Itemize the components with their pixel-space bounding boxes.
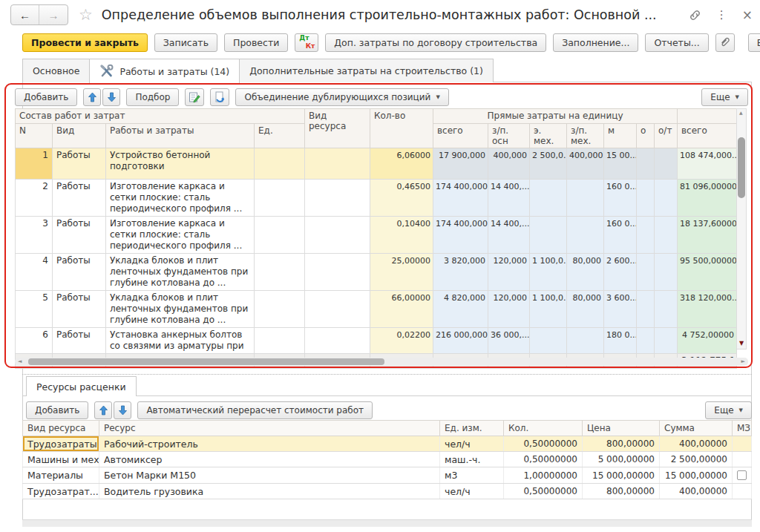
works-add-button[interactable]: Добавить xyxy=(15,88,77,106)
cell-vid[interactable]: Работы xyxy=(53,180,106,217)
tab-resursy-rascenki[interactable]: Ресурсы расценки xyxy=(26,376,137,396)
cell-qty[interactable]: 0,10400 xyxy=(370,217,433,254)
cell-price[interactable]: 800,00000 xyxy=(583,484,660,499)
scroll-left-icon[interactable]: ◄ xyxy=(18,358,22,364)
cell-unit[interactable]: чел/ч xyxy=(440,484,504,499)
cell-vid[interactable]: Работы xyxy=(53,148,106,180)
cell-e-meh[interactable] xyxy=(530,328,567,354)
vertical-scrollbar-thumb[interactable] xyxy=(738,137,745,198)
cell-o[interactable] xyxy=(637,180,655,217)
cell-mz[interactable] xyxy=(733,484,752,499)
cell-mz[interactable] xyxy=(733,436,752,452)
save-button[interactable]: Записать xyxy=(154,33,217,52)
cell-zp-meh[interactable]: 400,000 xyxy=(567,148,604,180)
works-row[interactable]: 5 Работы Укладка блоков и плит ленточных… xyxy=(16,291,737,328)
auto-recalc-button[interactable]: Автоматический перерасчет стоимости рабо… xyxy=(137,401,373,419)
scroll-up-icon[interactable]: ▲ xyxy=(739,110,743,115)
cell-ed[interactable] xyxy=(255,148,305,180)
cell-total[interactable]: 81 096,00000 xyxy=(678,180,737,217)
cell-o[interactable] xyxy=(637,148,655,180)
cell-resource[interactable]: Водитель грузовика xyxy=(99,484,440,499)
cell-vsego[interactable]: 216 000,000 xyxy=(433,328,488,354)
close-icon[interactable]: × xyxy=(742,7,753,22)
cell-price[interactable]: 15 000,00000 xyxy=(583,467,660,484)
move-up-button[interactable] xyxy=(83,88,101,106)
cell-qty[interactable]: 25,00000 xyxy=(370,254,433,291)
dtkt-postings-button[interactable]: ДтКт xyxy=(295,33,318,52)
cell-resource-type[interactable] xyxy=(305,180,370,217)
cell-resource-kind[interactable]: Материалы xyxy=(23,467,99,484)
scroll-right-icon[interactable]: ► xyxy=(741,358,745,364)
reports-button[interactable]: Отчеты... xyxy=(645,33,708,52)
cell-n[interactable]: 2 xyxy=(16,180,53,217)
resources-move-up-button[interactable] xyxy=(94,401,112,419)
cell-qty[interactable]: 0,46500 xyxy=(370,180,433,217)
cell-n[interactable]: 1 xyxy=(16,148,53,180)
cell-mz[interactable] xyxy=(733,452,752,467)
cell-n[interactable]: 6 xyxy=(16,328,53,354)
cell-resource-type[interactable] xyxy=(305,148,370,180)
cell-mz[interactable] xyxy=(733,467,752,484)
works-row[interactable]: 2 Работы Изготовление каркаса и сетки пл… xyxy=(16,180,737,217)
move-down-button[interactable] xyxy=(102,88,120,106)
merge-duplicates-dropdown[interactable]: Объединение дублирующихся позиций▼ xyxy=(235,88,448,106)
fill-button[interactable]: Заполнение... xyxy=(553,33,638,52)
cell-sum[interactable]: 15 000,00000 xyxy=(660,467,733,484)
cell-o[interactable] xyxy=(637,254,655,291)
cell-resource-kind[interactable]: Трудозатрат... xyxy=(23,484,99,499)
cell-sum[interactable]: 400,00000 xyxy=(660,484,733,499)
cell-ot[interactable] xyxy=(655,217,678,254)
resources-more-button[interactable]: Еще▼ xyxy=(705,401,752,419)
cell-resource[interactable]: Автомиксер xyxy=(99,452,440,467)
cell-ot[interactable] xyxy=(655,291,678,328)
cell-vid[interactable]: Работы xyxy=(53,217,106,254)
resource-row[interactable]: Машины и мех... Автомиксер маш.-ч. 0,500… xyxy=(23,452,752,467)
resource-row[interactable]: Материалы Бетон Марки М150 м3 1,00000000… xyxy=(23,467,752,484)
vertical-scrollbar[interactable]: ▲ xyxy=(736,108,747,349)
cell-o[interactable] xyxy=(637,328,655,354)
cell-resource-type[interactable] xyxy=(305,291,370,328)
resource-row[interactable]: Трудозатраты Рабочий-строитель чел/ч 0,5… xyxy=(23,436,752,452)
cell-zp-osn[interactable]: 120,000 xyxy=(488,291,530,328)
cell-vsego[interactable]: 17 900,000 xyxy=(433,148,488,180)
cell-m[interactable]: 160 0... xyxy=(604,217,637,254)
cell-name[interactable]: Изготовление каркаса и сетки плоские: ст… xyxy=(106,217,255,254)
post-button[interactable]: Провести xyxy=(224,33,288,52)
cell-zp-meh[interactable] xyxy=(567,328,604,354)
cell-e-meh[interactable] xyxy=(530,180,567,217)
cell-vsego[interactable]: 3 820,000 xyxy=(433,254,488,291)
extra-costs-button[interactable]: Доп. затраты по договору строительства xyxy=(325,33,546,52)
cell-resource[interactable]: Бетон Марки М150 xyxy=(99,467,440,484)
cell-qty[interactable]: 0,02200 xyxy=(370,328,433,354)
post-and-close-button[interactable]: Провести и закрыть xyxy=(22,33,148,52)
cell-zp-osn[interactable]: 400,000 xyxy=(488,148,530,180)
cell-qty[interactable]: 66,00000 xyxy=(370,291,433,328)
works-row[interactable]: 4 Работы Укладка блоков и плит ленточных… xyxy=(16,254,737,291)
works-row[interactable]: 1 Работы Устройство бетонной подготовки … xyxy=(16,148,737,180)
cell-m[interactable]: 160 0... xyxy=(604,180,637,217)
kebab-menu-icon[interactable]: ⋮ xyxy=(716,8,727,22)
cell-ot[interactable] xyxy=(655,254,678,291)
cell-total[interactable]: 4 752,00000 xyxy=(678,328,737,354)
works-row[interactable]: 6 Работы Установка анкерных болтов со св… xyxy=(16,328,737,354)
cell-resource[interactable]: Рабочий-строитель xyxy=(99,436,440,452)
cell-qty[interactable]: 1,00000000 xyxy=(504,467,583,484)
cell-resource-kind[interactable]: Машины и мех... xyxy=(23,452,99,467)
cell-qty[interactable]: 0,50000000 xyxy=(504,436,583,452)
tab-osnovnoe[interactable]: Основное xyxy=(22,59,90,82)
more-button[interactable]: Еще▼ xyxy=(748,33,760,52)
forward-button[interactable]: → xyxy=(39,5,68,24)
cell-e-meh[interactable] xyxy=(530,217,567,254)
cell-total[interactable]: 18 137,60000 xyxy=(678,217,737,254)
tab-raboty-i-zatraty[interactable]: Работы и затраты (14) xyxy=(89,59,240,83)
resource-row[interactable]: Трудозатрат... Водитель грузовика чел/ч … xyxy=(23,484,752,499)
back-button[interactable]: ← xyxy=(11,5,39,24)
cell-zp-meh[interactable]: 80,000 xyxy=(567,291,604,328)
resources-add-button[interactable]: Добавить xyxy=(26,401,88,419)
cell-n[interactable]: 5 xyxy=(16,291,53,328)
cell-name[interactable]: Устройство бетонной подготовки xyxy=(106,148,255,180)
refill-document-button[interactable] xyxy=(210,88,229,106)
cell-e-meh[interactable]: 2 500,0... xyxy=(530,148,567,180)
link-icon[interactable] xyxy=(689,9,701,22)
cell-zp-osn[interactable]: 120,000 xyxy=(488,254,530,291)
